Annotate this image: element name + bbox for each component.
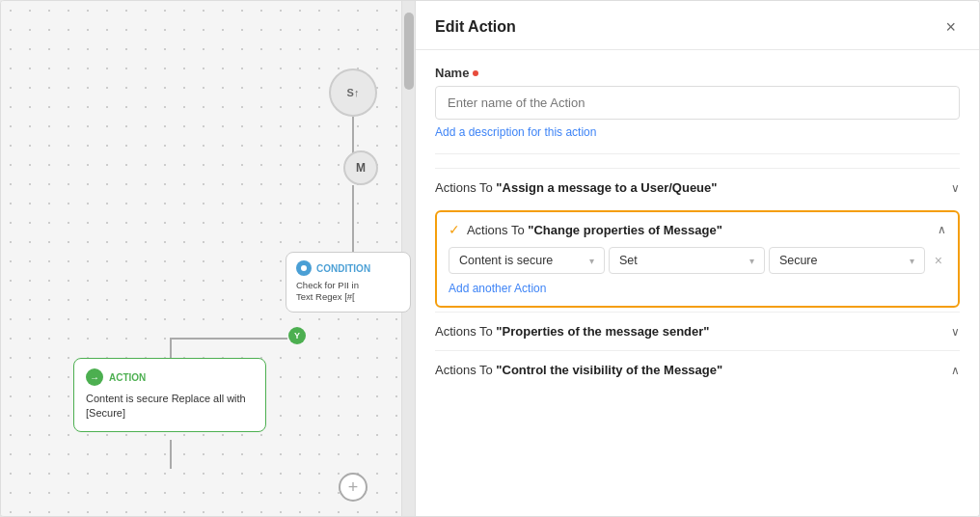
accordion-visibility-title: Actions To "Control the visibility of th…	[435, 363, 722, 377]
scrollbar-thumb	[404, 13, 414, 90]
accordion-sender-props-title: Actions To "Properties of the message se…	[435, 324, 710, 339]
field3-caret: ▾	[910, 256, 914, 266]
edit-panel: Edit Action × Name Add a description for…	[416, 1, 979, 516]
edit-panel-body: Name Add a description for this action A…	[416, 50, 979, 516]
field3-value: Secure	[779, 254, 818, 267]
main-container: S↑ M CONDITION Check for PII in Text Reg…	[0, 0, 980, 517]
condition-node[interactable]: CONDITION Check for PII in Text Regex [#…	[286, 252, 411, 313]
action-text: Content is secure Replace all with [Secu…	[86, 392, 254, 422]
action-row: Content is secure ▾ Set ▾ Secure ▾ ×	[449, 247, 946, 274]
m-node-label: M	[356, 161, 366, 175]
m-node[interactable]: M	[343, 150, 378, 185]
panel-title: Edit Action	[435, 18, 516, 36]
delete-row-button[interactable]: ×	[931, 249, 946, 272]
accordion-sender-props: Actions To "Properties of the message se…	[435, 312, 960, 350]
yes-badge: Y	[288, 327, 306, 344]
name-label: Name	[435, 66, 960, 80]
action-header-label: ACTION	[109, 372, 146, 383]
start-node[interactable]: S↑	[329, 68, 377, 117]
field1-caret: ▾	[589, 256, 594, 266]
start-node-label: S↑	[347, 87, 360, 98]
accordion-change-props-header[interactable]: ✓ Actions To "Change properties of Messa…	[449, 222, 946, 237]
action-header: ACTION	[86, 368, 254, 386]
connector-v4	[170, 440, 172, 469]
plus-button[interactable]: +	[339, 473, 368, 502]
check-icon: ✓	[449, 222, 460, 237]
close-button[interactable]: ×	[941, 16, 960, 38]
accordion-assign-header[interactable]: Actions To "Assign a message to a User/Q…	[435, 180, 960, 195]
accordion-assign-title: Actions To "Assign a message to a User/Q…	[435, 180, 717, 195]
plus-icon: +	[348, 477, 359, 498]
accordion-change-props: ✓ Actions To "Change properties of Messa…	[435, 210, 960, 308]
condition-label: CONDITION	[316, 263, 370, 274]
divider-1	[435, 153, 960, 154]
add-description-link[interactable]: Add a description for this action	[435, 125, 596, 139]
accordion-sender-props-chevron: ∨	[951, 325, 960, 339]
canvas-panel: S↑ M CONDITION Check for PII in Text Reg…	[1, 1, 416, 516]
condition-icon	[296, 260, 312, 276]
accordion-assign-chevron: ∨	[951, 181, 960, 195]
field1-value: Content is secure	[459, 254, 553, 267]
accordion-assign: Actions To "Assign a message to a User/Q…	[435, 168, 960, 206]
condition-text: Check for PII in Text Regex [#[	[296, 280, 400, 304]
field3-select[interactable]: Secure ▾	[769, 247, 925, 274]
required-indicator	[473, 70, 478, 76]
condition-header: CONDITION	[296, 260, 400, 276]
accordion-visibility: Actions To "Control the visibility of th…	[435, 350, 960, 389]
name-input[interactable]	[435, 86, 960, 120]
connector-v2	[352, 185, 354, 255]
field2-value: Set	[619, 254, 638, 267]
field2-select[interactable]: Set ▾	[609, 247, 765, 274]
add-another-action-link[interactable]: Add another Action	[449, 282, 546, 295]
accordion-visibility-header[interactable]: Actions To "Control the visibility of th…	[435, 363, 960, 377]
accordion-change-props-title: ✓ Actions To "Change properties of Messa…	[449, 222, 722, 237]
action-node[interactable]: ACTION Content is secure Replace all wit…	[73, 358, 266, 432]
connector-h1	[170, 338, 287, 340]
field1-select[interactable]: Content is secure ▾	[449, 247, 605, 274]
accordion-visibility-chevron: ∧	[951, 364, 960, 377]
accordion-change-props-chevron: ∧	[938, 223, 946, 236]
action-icon	[86, 368, 103, 386]
edit-panel-header: Edit Action ×	[416, 1, 979, 50]
field2-caret: ▾	[749, 256, 754, 266]
accordion-sender-props-header[interactable]: Actions To "Properties of the message se…	[435, 324, 960, 339]
connector-v1	[352, 117, 354, 155]
